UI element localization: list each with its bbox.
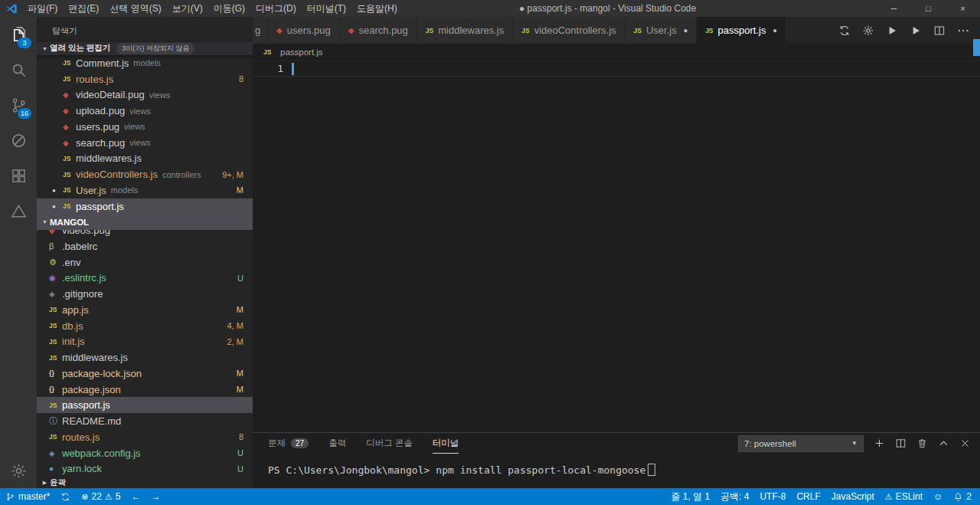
warning-icon: ⚠: [885, 492, 893, 502]
file-name: passport.js: [62, 399, 110, 411]
open-editor-item[interactable]: ◆ upload.pug views: [37, 103, 253, 119]
file-item[interactable]: JS db.js 4, M: [37, 318, 253, 334]
maximize-panel-icon[interactable]: [938, 438, 949, 449]
explorer-icon[interactable]: 3: [0, 17, 37, 52]
tab-videocontrollers-js[interactable]: JS videoControllers.js: [513, 17, 625, 44]
tab-users-pug[interactable]: ◆ users.pug: [268, 17, 340, 44]
new-terminal-icon[interactable]: [874, 438, 885, 449]
encoding[interactable]: UTF-8: [754, 488, 791, 505]
js-file-icon: JS: [63, 59, 76, 67]
tab-debug-console[interactable]: 디버그 콘솔: [366, 433, 413, 454]
menu-selection[interactable]: 선택 영역(S): [104, 0, 166, 17]
debug-icon[interactable]: [0, 123, 37, 158]
tab-partial[interactable]: g: [253, 17, 268, 44]
start-debug-icon[interactable]: [910, 25, 922, 37]
open-editor-item-active[interactable]: ● JS passport.js: [37, 198, 253, 215]
chevron-right-icon: ▶: [40, 480, 50, 486]
menu-go[interactable]: 이동(G): [208, 0, 250, 17]
terminal[interactable]: PS C:\Users\Jongbok\mangol> npm install …: [253, 454, 980, 488]
file-item[interactable]: JS init.js 2, M: [37, 333, 253, 349]
open-editor-item[interactable]: JS routes.js 8: [37, 71, 253, 87]
tab-problems[interactable]: 문제 27: [268, 433, 309, 454]
open-editor-item[interactable]: ◆ videoDetail.pug views: [37, 87, 253, 103]
menu-debug[interactable]: 디버그(D): [250, 0, 302, 17]
feedback-smiley-icon[interactable]: ☺: [928, 488, 948, 505]
open-editor-item[interactable]: JS Comment.js models: [37, 55, 253, 71]
modified-dot-icon[interactable]: ●: [684, 27, 688, 34]
status-bar: master* ⊗ 22 ⚠ 5 ← → 줄 1, 열 1 공백: 4 UTF-…: [0, 488, 980, 505]
split-editor-icon[interactable]: [933, 25, 946, 37]
file-desc: views: [129, 107, 151, 116]
minimize-button[interactable]: ─: [877, 0, 911, 17]
search-icon[interactable]: [0, 52, 37, 87]
kill-terminal-icon[interactable]: [916, 438, 928, 449]
file-item[interactable]: {} package.json M: [37, 382, 253, 398]
file-item[interactable]: ◉ .eslintrc.js U: [37, 270, 253, 286]
tab-output[interactable]: 출력: [328, 433, 346, 454]
cursor-position[interactable]: 줄 1, 열 1: [665, 488, 715, 505]
source-control-icon[interactable]: 16: [0, 87, 37, 123]
dropdown-arrow-icon: ▼: [851, 440, 858, 447]
code-editor[interactable]: 1: [253, 61, 980, 432]
outline-section-header[interactable]: ▶ 윤곽: [37, 477, 253, 488]
split-terminal-icon[interactable]: [895, 438, 906, 449]
tab-label: users.pug: [287, 25, 331, 36]
problems-status[interactable]: ⊗ 22 ⚠ 5: [76, 488, 126, 505]
branch-icon: [5, 492, 15, 502]
eol-sequence[interactable]: CRLF: [791, 488, 825, 505]
modified-dot-icon[interactable]: ●: [773, 27, 776, 34]
file-item[interactable]: JS app.js M: [37, 302, 253, 318]
explorer-sidebar: 탐색기 ▼ 열려 있는 편집기 3이(가) 저장되지 않음 JS Comment…: [37, 17, 253, 488]
file-item-selected[interactable]: JS passport.js: [37, 397, 253, 413]
open-editor-item[interactable]: ● JS User.js models M: [37, 182, 253, 198]
menu-help[interactable]: 도움말(H): [351, 0, 403, 17]
menu-view[interactable]: 보기(V): [167, 0, 208, 17]
menu-terminal[interactable]: 터미널(T): [302, 0, 351, 17]
open-editor-item[interactable]: JS middlewares.js: [37, 150, 253, 166]
open-editor-item[interactable]: ◆ search.pug views: [37, 135, 253, 151]
tab-passport-js-active[interactable]: JS passport.js ●: [697, 17, 786, 44]
file-item[interactable]: ⚙ .env: [37, 254, 253, 271]
navigate-forward-icon[interactable]: →: [145, 488, 165, 505]
eslint-status[interactable]: ⚠ ESLint: [880, 488, 928, 505]
more-actions-icon[interactable]: ⋯: [957, 23, 969, 38]
menu-file[interactable]: 파일(F): [22, 0, 63, 17]
tab-search-pug[interactable]: ◆ search.pug: [340, 17, 417, 44]
close-button[interactable]: ×: [946, 0, 980, 17]
open-editors-section-header[interactable]: ▼ 열려 있는 편집기 3이(가) 저장되지 않음: [37, 42, 253, 55]
open-editor-item[interactable]: JS videoControllers.js controllers 9+, M: [37, 166, 253, 182]
extensions-icon[interactable]: [0, 158, 37, 193]
sync-icon[interactable]: [838, 25, 851, 37]
sync-status[interactable]: [55, 488, 76, 505]
chevron-down-icon: ▼: [40, 46, 50, 51]
file-item[interactable]: JS routes.js 8: [37, 429, 253, 445]
language-mode[interactable]: JavaScript: [826, 488, 880, 505]
file-name: .eslintrc.js: [62, 272, 106, 284]
tab-terminal[interactable]: 터미널: [433, 433, 459, 454]
file-item[interactable]: ● yarn.lock U: [37, 461, 253, 477]
notifications-status[interactable]: 2: [948, 488, 977, 505]
indentation[interactable]: 공백: 4: [715, 488, 754, 505]
terminal-picker-select[interactable]: 7: powershell ▼: [738, 435, 864, 452]
file-item[interactable]: ◈ .gitignore: [37, 286, 253, 302]
settings-gear-icon[interactable]: [0, 453, 37, 488]
navigate-back-icon[interactable]: ←: [126, 488, 145, 505]
git-branch-status[interactable]: master*: [0, 488, 55, 505]
breadcrumb[interactable]: JS passport.js: [253, 44, 980, 61]
maximize-button[interactable]: □: [911, 0, 946, 17]
close-panel-icon[interactable]: [959, 438, 971, 449]
menu-edit[interactable]: 편집(E): [63, 0, 104, 17]
file-item[interactable]: β .babelrc: [37, 238, 253, 254]
file-item[interactable]: ◈ webpack.config.js U: [37, 445, 253, 461]
extension-triangle-icon[interactable]: [0, 193, 37, 228]
file-name: .gitignore: [62, 288, 103, 300]
open-editor-item[interactable]: ◆ users.pug views: [37, 119, 253, 135]
tab-middlewares-js[interactable]: JS middlewares.js: [417, 17, 513, 44]
file-item[interactable]: ⓘ README.md: [37, 413, 253, 429]
folder-section-header[interactable]: ▼ MANGOL: [37, 214, 253, 230]
file-item[interactable]: JS middlewares.js: [37, 349, 253, 366]
tab-user-js[interactable]: JS User.js ●: [626, 17, 697, 44]
run-icon[interactable]: [886, 25, 898, 37]
gear-icon[interactable]: [862, 25, 874, 37]
file-item[interactable]: {} package-lock.json M: [37, 366, 253, 382]
